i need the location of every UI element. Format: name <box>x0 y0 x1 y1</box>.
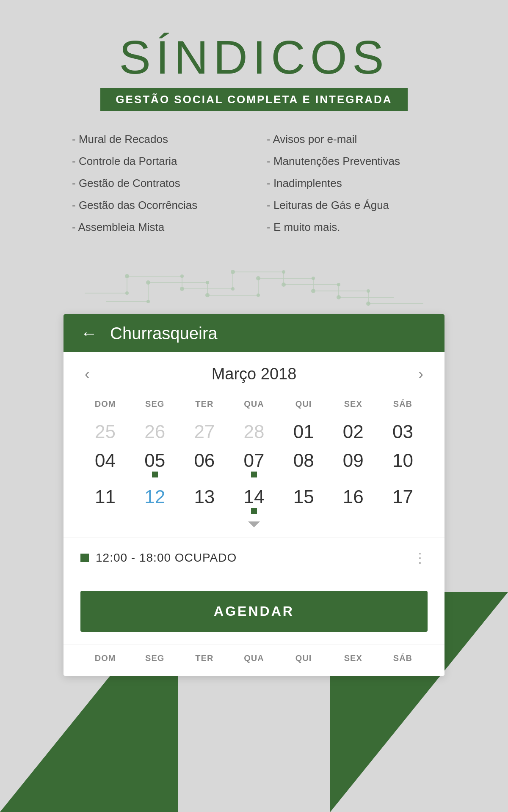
day-header-seg: SEG <box>130 396 179 412</box>
cal-day[interactable]: 28 <box>229 417 279 445</box>
bottom-day-dom: DOM <box>80 653 130 663</box>
day-header-ter: TER <box>179 396 229 412</box>
circuit-decoration <box>64 259 444 310</box>
svg-point-27 <box>146 300 150 303</box>
event-menu-button[interactable]: ⋮ <box>413 550 428 566</box>
cal-day[interactable]: 26 <box>130 417 179 445</box>
cal-day[interactable]: 13 <box>179 482 229 518</box>
agendar-section: AGENDAR <box>64 578 444 645</box>
svg-point-24 <box>231 287 235 291</box>
event-row: 12:00 - 18:00 OCUPADO ⋮ <box>64 538 444 578</box>
svg-point-33 <box>180 287 184 291</box>
day-header-qua: QUA <box>229 396 279 412</box>
feature-item: - Leituras de Gás e Água <box>267 194 436 216</box>
svg-point-28 <box>206 281 209 284</box>
card-header: ← Churrasqueira <box>64 314 444 352</box>
feature-item: - Mural de Recados <box>72 128 241 150</box>
bottom-day-ter: TER <box>179 653 229 663</box>
svg-point-22 <box>125 291 129 295</box>
feature-item: - Inadimplentes <box>267 172 436 194</box>
bottom-day-qui: QUI <box>279 653 329 663</box>
cal-day[interactable]: 14 <box>229 482 279 518</box>
event-dot-icon <box>80 554 89 562</box>
cal-day-ter-06[interactable]: 06 <box>179 445 229 482</box>
svg-point-34 <box>231 270 235 274</box>
feature-item: - Avisos por e-mail <box>267 128 436 150</box>
svg-point-26 <box>337 283 340 286</box>
cal-day[interactable]: 05 <box>130 445 179 482</box>
svg-point-25 <box>282 270 285 274</box>
cal-day[interactable]: 09 <box>329 445 378 482</box>
week-2: 04 05 06 07 08 09 10 <box>80 445 428 482</box>
cal-day[interactable]: 25 <box>80 417 130 445</box>
cal-day[interactable]: 07 <box>229 445 279 482</box>
day-header-dom: DOM <box>80 396 130 412</box>
cal-day[interactable]: 04 <box>80 445 130 482</box>
features-col-left: - Mural de Recados - Controle da Portari… <box>72 128 241 238</box>
cal-day[interactable]: 11 <box>80 482 130 518</box>
svg-point-35 <box>282 283 286 287</box>
calendar-separator <box>80 518 428 529</box>
week-3: 11 12 13 14 15 16 17 <box>80 482 428 518</box>
cal-day[interactable]: 01 <box>279 417 329 445</box>
cal-day[interactable]: 16 <box>329 482 378 518</box>
feature-item: - Gestão das Ocorrências <box>72 194 241 216</box>
calendar-section: ‹ Março 2018 › DOM SEG TER QUA QUI SEX S… <box>64 352 444 538</box>
svg-point-36 <box>337 295 341 299</box>
agendar-button[interactable]: AGENDAR <box>80 591 428 632</box>
day-header-qui: QUI <box>279 396 329 412</box>
cal-day[interactable]: 27 <box>179 417 229 445</box>
separator-triangle-icon <box>248 521 260 527</box>
cal-day[interactable]: 03 <box>378 417 428 445</box>
bottom-day-row: DOM SEG TER QUA QUI SEX SÁB <box>64 645 444 676</box>
features-section: - Mural de Recados - Controle da Portari… <box>64 128 444 238</box>
cal-day[interactable]: 10 <box>378 445 428 482</box>
svg-point-39 <box>256 276 260 280</box>
bottom-day-sex: SEX <box>329 653 378 663</box>
cal-day[interactable]: 08 <box>279 445 329 482</box>
svg-point-41 <box>366 302 370 306</box>
svg-point-40 <box>311 289 315 293</box>
bottom-day-sab: SÁB <box>378 653 428 663</box>
svg-point-23 <box>180 274 184 278</box>
feature-item: - E muito mais. <box>267 216 436 238</box>
cal-day[interactable]: 15 <box>279 482 329 518</box>
feature-item: - Assembleia Mista <box>72 216 241 238</box>
svg-point-37 <box>146 280 150 285</box>
main-card: ← Churrasqueira ‹ Março 2018 › DOM SEG T… <box>64 314 444 676</box>
svg-point-32 <box>125 274 129 278</box>
month-title: Março 2018 <box>212 365 297 383</box>
features-col-right: - Avisos por e-mail - Manutenções Preven… <box>267 128 436 238</box>
cal-day[interactable]: 17 <box>378 482 428 518</box>
card-title: Churrasqueira <box>110 324 217 343</box>
event-time-text: 12:00 - 18:00 OCUPADO <box>96 551 237 565</box>
bottom-day-qua: QUA <box>229 653 279 663</box>
header-section: SÍNDICOS GESTÃO SOCIAL COMPLETA E INTEGR… <box>100 34 407 111</box>
day-headers: DOM SEG TER QUA QUI SEX SÁB <box>80 396 428 412</box>
day-header-sab: SÁB <box>378 396 428 412</box>
week-1: 25 26 27 28 01 02 03 <box>80 417 428 445</box>
prev-month-button[interactable]: ‹ <box>80 365 94 383</box>
svg-point-30 <box>312 277 315 280</box>
svg-point-31 <box>367 289 370 293</box>
svg-point-29 <box>257 294 260 297</box>
feature-item: - Gestão de Contratos <box>72 172 241 194</box>
feature-item: - Controle da Portaria <box>72 150 241 172</box>
month-nav: ‹ Março 2018 › <box>80 365 428 383</box>
back-button[interactable]: ← <box>80 324 97 343</box>
cal-day[interactable]: 02 <box>329 417 378 445</box>
svg-point-38 <box>205 293 210 297</box>
app-title: SÍNDICOS <box>100 34 407 81</box>
bottom-day-seg: SEG <box>130 653 179 663</box>
next-month-button[interactable]: › <box>414 365 428 383</box>
cal-day-today[interactable]: 12 <box>130 482 179 518</box>
subtitle-badge: GESTÃO SOCIAL COMPLETA E INTEGRADA <box>100 88 407 111</box>
event-info: 12:00 - 18:00 OCUPADO <box>80 551 237 565</box>
feature-item: - Manutenções Preventivas <box>267 150 436 172</box>
day-header-sex: SEX <box>329 396 378 412</box>
